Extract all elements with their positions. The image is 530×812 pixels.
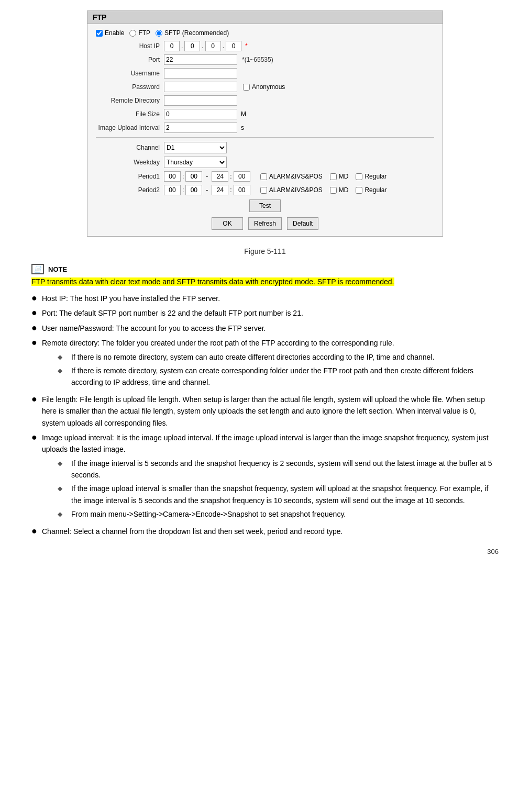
list-item: ◆ From main menu->Setting->Camera->Encod… bbox=[58, 508, 499, 520]
list-item: ● Port: The default SFTP port number is … bbox=[31, 307, 499, 319]
note-section: 📄 NOTE FTP transmits data with clear tex… bbox=[31, 264, 499, 287]
password-input[interactable] bbox=[164, 82, 237, 92]
list-item: ● Remote directory: The folder you creat… bbox=[31, 337, 499, 391]
password-label: Password bbox=[96, 83, 164, 91]
period1-end-m[interactable] bbox=[234, 171, 250, 182]
list-item: ● File length: File length is upload fil… bbox=[31, 394, 499, 429]
bullet-list: ● Host IP: The host IP you have installe… bbox=[31, 293, 499, 537]
period2-start-m[interactable] bbox=[185, 185, 202, 195]
sftp-radio-label[interactable]: SFTP (Recommended) bbox=[156, 29, 229, 37]
period2-end-h[interactable] bbox=[212, 185, 228, 195]
period2-alarm-checkbox[interactable] bbox=[260, 187, 267, 194]
image-upload-interval-row: Image Upload Interval s bbox=[96, 123, 434, 133]
page-number: 306 bbox=[31, 548, 499, 555]
ftp-radio-label[interactable]: FTP bbox=[129, 29, 150, 37]
period1-alarm-checkbox[interactable] bbox=[260, 173, 267, 180]
period1-alarm-label[interactable]: ALARM&IVS&POS bbox=[260, 173, 323, 180]
list-item: ◆ If the image upload interval is smalle… bbox=[58, 483, 499, 506]
image-upload-interval-input[interactable] bbox=[164, 123, 237, 133]
host-ip-3[interactable] bbox=[205, 41, 221, 51]
period2-end-m[interactable] bbox=[234, 185, 250, 195]
username-input[interactable] bbox=[164, 68, 237, 79]
host-ip-2[interactable] bbox=[184, 41, 200, 51]
period1-regular-label[interactable]: Regular bbox=[356, 173, 387, 180]
enable-row: Enable FTP SFTP (Recommended) bbox=[96, 29, 434, 37]
sftp-radio[interactable] bbox=[156, 30, 162, 37]
ftp-title: FTP bbox=[93, 13, 106, 21]
username-label: Username bbox=[96, 70, 164, 77]
period2-md-checkbox[interactable] bbox=[330, 187, 337, 194]
period2-time-group: : - : ALARM&IVS&POS MD bbox=[164, 185, 387, 195]
file-size-label: File Size bbox=[96, 110, 164, 118]
note-text: FTP transmits data with clear text mode … bbox=[31, 276, 499, 287]
image-upload-sub-list: ◆ If the image interval is 5 seconds and… bbox=[58, 458, 499, 520]
port-label: Port bbox=[96, 56, 164, 63]
remote-directory-label: Remote Directory bbox=[96, 97, 164, 104]
image-upload-interval-label: Image Upload Interval bbox=[96, 124, 164, 131]
port-row: Port *(1~65535) bbox=[96, 54, 434, 65]
period1-checkboxes: ALARM&IVS&POS MD Regular bbox=[256, 173, 387, 180]
enable-checkbox-label[interactable]: Enable bbox=[96, 29, 124, 37]
enable-checkbox[interactable] bbox=[96, 30, 103, 37]
period2-regular-label[interactable]: Regular bbox=[356, 186, 387, 194]
period1-regular-checkbox[interactable] bbox=[356, 173, 362, 180]
period2-alarm-label[interactable]: ALARM&IVS&POS bbox=[260, 186, 323, 194]
list-item: ● Host IP: The host IP you have installe… bbox=[31, 293, 499, 304]
period2-md-label[interactable]: MD bbox=[330, 186, 349, 194]
channel-label: Channel bbox=[96, 144, 164, 151]
file-size-input[interactable] bbox=[164, 109, 237, 119]
remote-directory-row: Remote Directory bbox=[96, 95, 434, 106]
channel-select[interactable]: D1 bbox=[164, 142, 227, 153]
period1-row: Period1 : - : ALARM&IVS&POS MD bbox=[96, 171, 434, 182]
note-title: NOTE bbox=[48, 265, 67, 273]
port-input[interactable] bbox=[164, 54, 237, 65]
period1-start-h[interactable] bbox=[164, 171, 181, 182]
weekday-label: Weekday bbox=[96, 159, 164, 166]
default-button[interactable]: Default bbox=[287, 217, 318, 230]
list-item: ● User name/Password: The account for yo… bbox=[31, 322, 499, 334]
list-item: ● Channel: Select a channel from the dro… bbox=[31, 526, 499, 537]
period1-end-h[interactable] bbox=[212, 171, 228, 182]
file-size-inputs: M bbox=[164, 109, 246, 119]
figure-caption: Figure 5-111 bbox=[31, 247, 499, 255]
list-item: ● Image upload interval: It is the image… bbox=[31, 432, 499, 522]
period2-regular-checkbox[interactable] bbox=[356, 187, 362, 194]
file-size-unit: M bbox=[241, 110, 246, 118]
host-ip-label: Host IP bbox=[96, 42, 164, 50]
period1-start-m[interactable] bbox=[185, 171, 202, 182]
file-size-row: File Size M bbox=[96, 109, 434, 119]
note-highlighted-text: FTP transmits data with clear text mode … bbox=[31, 277, 394, 286]
refresh-button[interactable]: Refresh bbox=[248, 217, 282, 230]
ftp-title-bar: FTP bbox=[87, 11, 443, 24]
ftp-panel: FTP Enable FTP SFTP (Recommended) Host I… bbox=[87, 10, 443, 237]
note-header: 📄 NOTE bbox=[31, 264, 499, 274]
password-row: Password Anonymous bbox=[96, 82, 434, 92]
period1-md-label[interactable]: MD bbox=[330, 173, 349, 180]
host-ip-4[interactable] bbox=[226, 41, 241, 51]
period2-label: Period2 bbox=[96, 186, 164, 194]
image-upload-interval-unit: s bbox=[241, 124, 244, 131]
period1-md-checkbox[interactable] bbox=[330, 173, 337, 180]
port-hint: *(1~65535) bbox=[242, 56, 273, 63]
host-ip-1[interactable] bbox=[164, 41, 180, 51]
period1-time-group: : - : ALARM&IVS&POS MD bbox=[164, 171, 387, 182]
port-inputs: *(1~65535) bbox=[164, 54, 273, 65]
ok-button[interactable]: OK bbox=[212, 217, 243, 230]
note-icon: 📄 bbox=[31, 264, 44, 274]
anonymous-checkbox[interactable] bbox=[243, 84, 250, 91]
list-item: ◆ If there is remote directory, system c… bbox=[58, 365, 499, 388]
period2-row: Period2 : - : ALARM&IVS&POS MD bbox=[96, 185, 434, 195]
weekday-row: Weekday Thursday bbox=[96, 157, 434, 168]
test-button[interactable]: Test bbox=[249, 199, 281, 212]
remote-dir-sub-list: ◆ If there is no remote directory, syste… bbox=[58, 351, 499, 388]
period2-start-h[interactable] bbox=[164, 185, 181, 195]
channel-row: Channel D1 bbox=[96, 142, 434, 153]
ftp-radio[interactable] bbox=[129, 30, 136, 37]
ftp-body: Enable FTP SFTP (Recommended) Host IP . … bbox=[87, 24, 443, 236]
list-item: ◆ If the image interval is 5 seconds and… bbox=[58, 458, 499, 481]
weekday-select[interactable]: Thursday bbox=[164, 157, 227, 168]
list-item: ◆ If there is no remote directory, syste… bbox=[58, 351, 499, 363]
period1-label: Period1 bbox=[96, 173, 164, 180]
remote-directory-input[interactable] bbox=[164, 95, 237, 106]
anonymous-checkbox-label[interactable]: Anonymous bbox=[243, 83, 285, 91]
